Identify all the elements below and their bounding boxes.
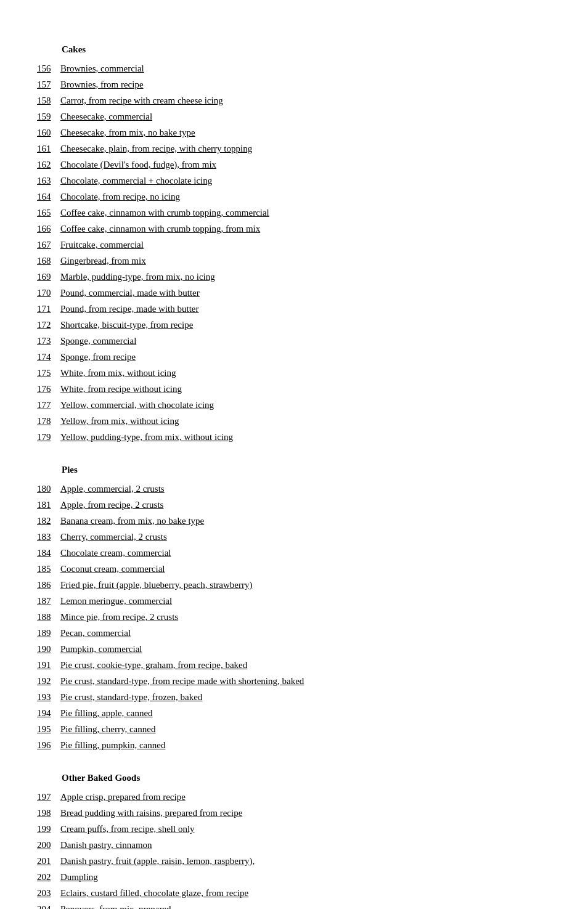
list-item[interactable]: 194Pie filling, apple, canned (37, 705, 551, 721)
list-item[interactable]: 188Mince pie, from recipe, 2 crusts (37, 609, 551, 625)
item-label[interactable]: Coffee cake, cinnamon with crumb topping… (60, 221, 260, 236)
item-number: 158 (37, 93, 60, 108)
list-item[interactable]: 189Pecan, commercial (37, 625, 551, 641)
item-label[interactable]: Banana cream, from mix, no bake type (60, 513, 204, 528)
item-label[interactable]: Cheesecake, plain, from recipe, with che… (60, 141, 252, 156)
item-label[interactable]: Apple, commercial, 2 crusts (60, 481, 165, 496)
item-label[interactable]: Coffee cake, cinnamon with crumb topping… (60, 205, 269, 220)
list-item[interactable]: 190Pumpkin, commercial (37, 641, 551, 657)
item-label[interactable]: White, from mix, without icing (60, 365, 176, 380)
list-item[interactable]: 182Banana cream, from mix, no bake type (37, 513, 551, 529)
list-item[interactable]: 161Cheesecake, plain, from recipe, with … (37, 141, 551, 157)
item-label[interactable]: Pie crust, cookie-type, graham, from rec… (60, 658, 247, 672)
list-item[interactable]: 181Apple, from recipe, 2 crusts (37, 497, 551, 513)
list-item[interactable]: 197Apple crisp, prepared from recipe (37, 789, 551, 805)
list-item[interactable]: 172Shortcake, biscuit-type, from recipe (37, 317, 551, 333)
list-item[interactable]: 196Pie filling, pumpkin, canned (37, 737, 551, 753)
item-label[interactable]: Pound, commercial, made with butter (60, 285, 200, 300)
list-item[interactable]: 180Apple, commercial, 2 crusts (37, 481, 551, 497)
item-label[interactable]: Yellow, commercial, with chocolate icing (60, 397, 214, 412)
list-item[interactable]: 159Cheesecake, commercial (37, 108, 551, 124)
item-label[interactable]: Chocolate, commercial + chocolate icing (60, 173, 212, 188)
item-label[interactable]: Marble, pudding-type, from mix, no icing (60, 269, 215, 284)
list-item[interactable]: 173Sponge, commercial (37, 333, 551, 349)
item-label[interactable]: Brownies, from recipe (60, 77, 144, 92)
item-label[interactable]: Pumpkin, commercial (60, 642, 142, 656)
list-item[interactable]: 163Chocolate, commercial + chocolate ici… (37, 173, 551, 189)
item-label[interactable]: Pie filling, cherry, canned (60, 722, 155, 736)
list-item[interactable]: 167Fruitcake, commercial (37, 237, 551, 253)
list-item[interactable]: 201Danish pastry, fruit (apple, raisin, … (37, 853, 551, 869)
item-label[interactable]: Cheesecake, from mix, no bake type (60, 125, 195, 140)
list-item[interactable]: 198Bread pudding with raisins, prepared … (37, 805, 551, 821)
item-label[interactable]: Cheesecake, commercial (60, 109, 152, 124)
item-label[interactable]: Pie filling, apple, canned (60, 706, 153, 720)
item-label[interactable]: Brownies, commercial (60, 61, 144, 76)
item-label[interactable]: Apple, from recipe, 2 crusts (60, 497, 163, 512)
list-item[interactable]: 156Brownies, commercial (37, 60, 551, 76)
item-label[interactable]: Pie crust, standard-type, from recipe ma… (60, 674, 304, 688)
list-item[interactable]: 191Pie crust, cookie-type, graham, from … (37, 657, 551, 673)
item-label[interactable]: Sponge, commercial (60, 333, 136, 348)
list-item[interactable]: 160Cheesecake, from mix, no bake type (37, 124, 551, 141)
item-label[interactable]: Yellow, pudding-type, from mix, without … (60, 430, 233, 444)
list-item[interactable]: 195Pie filling, cherry, canned (37, 721, 551, 737)
list-item[interactable]: 158Carrot, from recipe with cream cheese… (37, 92, 551, 108)
list-item[interactable]: 185Coconut cream, commercial (37, 561, 551, 577)
item-label[interactable]: Dumpling (60, 870, 98, 884)
item-label[interactable]: Danish pastry, cinnamon (60, 838, 152, 852)
list-item[interactable]: 169Marble, pudding-type, from mix, no ic… (37, 269, 551, 285)
item-label[interactable]: Eclairs, custard filled, chocolate glaze… (60, 886, 248, 900)
item-label[interactable]: Cream puffs, from recipe, shell only (60, 821, 195, 836)
list-item[interactable]: 170Pound, commercial, made with butter (37, 285, 551, 301)
item-label[interactable]: Fruitcake, commercial (60, 237, 144, 252)
item-label[interactable]: Shortcake, biscuit-type, from recipe (60, 317, 193, 332)
list-item[interactable]: 178Yellow, from mix, without icing (37, 413, 551, 429)
list-item[interactable]: 177Yellow, commercial, with chocolate ic… (37, 397, 551, 413)
item-label[interactable]: Pecan, commercial (60, 626, 131, 640)
item-label[interactable]: Coconut cream, commercial (60, 561, 165, 576)
item-label[interactable]: Yellow, from mix, without icing (60, 414, 179, 428)
list-item[interactable]: 200Danish pastry, cinnamon (37, 837, 551, 853)
item-label[interactable]: Carrot, from recipe with cream cheese ic… (60, 93, 223, 108)
list-item[interactable]: 192Pie crust, standard-type, from recipe… (37, 673, 551, 689)
item-label[interactable]: Cherry, commercial, 2 crusts (60, 529, 167, 544)
list-item[interactable]: 203Eclairs, custard filled, chocolate gl… (37, 885, 551, 901)
list-item[interactable]: 186Fried pie, fruit (apple, blueberry, p… (37, 577, 551, 593)
list-item[interactable]: 202Dumpling (37, 869, 551, 885)
list-item[interactable]: 171Pound, from recipe, made with butter (37, 301, 551, 317)
item-label[interactable]: Popovers, from mix, prepared (60, 902, 171, 909)
list-item[interactable]: 157Brownies, from recipe (37, 76, 551, 92)
item-label[interactable]: Danish pastry, fruit (apple, raisin, lem… (60, 854, 255, 868)
item-label[interactable]: Sponge, from recipe (60, 349, 136, 364)
list-item[interactable]: 176White, from recipe without icing (37, 381, 551, 397)
list-item[interactable]: 164Chocolate, from recipe, no icing (37, 189, 551, 205)
list-item[interactable]: 184Chocolate cream, commercial (37, 545, 551, 561)
item-label[interactable]: Gingerbread, from mix (60, 253, 146, 268)
list-item[interactable]: 174Sponge, from recipe (37, 349, 551, 365)
list-item[interactable]: 183Cherry, commercial, 2 crusts (37, 529, 551, 545)
item-label[interactable]: Bread pudding with raisins, prepared fro… (60, 805, 242, 820)
item-label[interactable]: White, from recipe without icing (60, 381, 182, 396)
list-item[interactable]: 179Yellow, pudding-type, from mix, witho… (37, 429, 551, 445)
item-label[interactable]: Lemon meringue, commercial (60, 593, 172, 608)
item-number: 178 (37, 414, 60, 428)
list-item[interactable]: 166Coffee cake, cinnamon with crumb topp… (37, 221, 551, 237)
list-item[interactable]: 168Gingerbread, from mix (37, 253, 551, 269)
item-label[interactable]: Fried pie, fruit (apple, blueberry, peac… (60, 577, 252, 592)
list-item[interactable]: 204Popovers, from mix, prepared (37, 901, 551, 909)
item-label[interactable]: Mince pie, from recipe, 2 crusts (60, 609, 178, 624)
item-label[interactable]: Pound, from recipe, made with butter (60, 301, 199, 316)
list-item[interactable]: 162Chocolate (Devil's food, fudge), from… (37, 157, 551, 173)
list-item[interactable]: 187Lemon meringue, commercial (37, 593, 551, 609)
list-item[interactable]: 193Pie crust, standard-type, frozen, bak… (37, 689, 551, 705)
item-label[interactable]: Apple crisp, prepared from recipe (60, 789, 186, 804)
item-label[interactable]: Pie filling, pumpkin, canned (60, 738, 165, 752)
item-label[interactable]: Pie crust, standard-type, frozen, baked (60, 690, 202, 704)
list-item[interactable]: 199Cream puffs, from recipe, shell only (37, 821, 551, 837)
item-label[interactable]: Chocolate (Devil's food, fudge), from mi… (60, 157, 216, 172)
item-label[interactable]: Chocolate, from recipe, no icing (60, 189, 180, 204)
list-item[interactable]: 165Coffee cake, cinnamon with crumb topp… (37, 205, 551, 221)
item-label[interactable]: Chocolate cream, commercial (60, 545, 171, 560)
list-item[interactable]: 175White, from mix, without icing (37, 365, 551, 381)
